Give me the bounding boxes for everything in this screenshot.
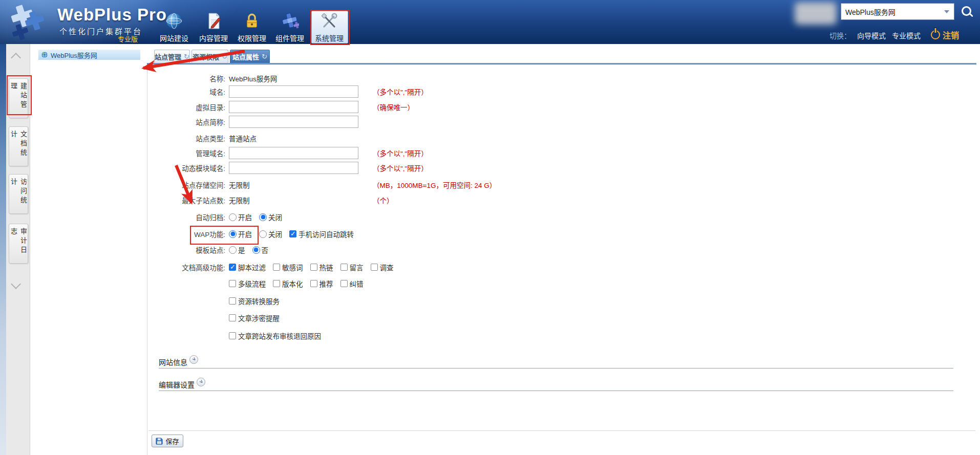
pro-mode-link[interactable]: 专业模式 — [892, 30, 921, 40]
save-button-label[interactable]: 保存 — [165, 436, 179, 446]
form-row-dynamic-domain: 动态模块域名: （多个以","隔开） — [147, 161, 813, 175]
save-button[interactable]: 保存 — [152, 435, 183, 447]
logout-button[interactable]: 注销 — [931, 29, 959, 41]
survey-checkbox[interactable] — [371, 264, 378, 271]
auto-archive-off-label[interactable]: 关闭 — [268, 212, 282, 222]
domain-input[interactable] — [229, 85, 358, 98]
message-checkbox[interactable] — [340, 264, 348, 271]
sidebar-tab-label[interactable]: 审计日志 — [9, 228, 28, 259]
site-type-value: 普通站点 — [229, 133, 257, 143]
refresh-icon[interactable]: ↻ — [262, 53, 267, 60]
nav-label[interactable]: 权限管理 — [238, 33, 266, 43]
sidebar-tab-doc-stats[interactable]: 文档统计 — [9, 126, 28, 166]
nav-label[interactable]: 系统管理 — [315, 33, 344, 43]
mode-switch: 切换： 向导模式 专业模式 — [829, 30, 921, 40]
short-name-input[interactable] — [229, 116, 358, 128]
script-filter-checkbox[interactable] — [229, 264, 236, 271]
auto-archive-off-radio[interactable] — [259, 213, 267, 221]
confidential-alert-label[interactable]: 文章涉密提醒 — [238, 313, 280, 323]
dynamic-domain-input[interactable] — [229, 162, 358, 174]
tree-node-label[interactable]: WebPlus服务网 — [51, 50, 97, 60]
wap-on-label[interactable]: 开启 — [238, 229, 252, 239]
refresh-icon[interactable]: ↻ — [184, 53, 189, 60]
tab-label[interactable]: 站点属性 — [232, 52, 259, 61]
sidebar-tab-label[interactable]: 文档统计 — [9, 131, 28, 162]
sidebar-tab-label[interactable]: 建站管理 — [9, 82, 28, 114]
nav-label[interactable]: 内容管理 — [199, 33, 228, 43]
nav-label[interactable]: 网站建设 — [160, 33, 188, 43]
message-label[interactable]: 留言 — [350, 262, 364, 272]
admin-domain-input[interactable] — [229, 147, 358, 159]
left-edge-rail — [0, 44, 6, 455]
versioning-label[interactable]: 版本化 — [282, 278, 303, 289]
nav-item-system-mgmt[interactable]: 系统管理 — [310, 10, 349, 43]
nav-item-content-mgmt[interactable]: 内容管理 — [194, 10, 233, 43]
form-row-admin-domain: 管理域名: （多个以","隔开） — [147, 146, 813, 160]
sensitive-words-checkbox[interactable] — [273, 264, 280, 271]
section-website-info[interactable]: 网站信息 > — [159, 357, 198, 367]
mobile-redirect-label[interactable]: 手机访问自动跳转 — [299, 229, 354, 239]
confidential-alert-checkbox[interactable] — [229, 314, 236, 321]
hotlink-label[interactable]: 热链 — [319, 262, 333, 272]
script-filter-label[interactable]: 脚本过滤 — [238, 262, 266, 272]
recommend-checkbox[interactable] — [310, 280, 317, 287]
survey-label[interactable]: 调查 — [380, 262, 394, 272]
auto-archive-on-label[interactable]: 开启 — [238, 212, 252, 222]
auto-archive-on-radio[interactable] — [229, 213, 237, 221]
expand-icon[interactable]: > — [189, 355, 198, 364]
recommend-label[interactable]: 推荐 — [319, 278, 333, 289]
sidebar-scroll-down[interactable] — [12, 280, 22, 286]
tab-resource-perms[interactable]: 资源权限 ↻ — [191, 50, 228, 63]
form-row-advanced-4: 文章涉密提醒 — [147, 311, 813, 324]
logout-label[interactable]: 注销 — [943, 29, 959, 41]
tree-node-root[interactable]: WebPlus服务网 — [38, 50, 140, 60]
crosssite-reject-reason-checkbox[interactable] — [229, 332, 236, 339]
sidebar-scroll-up[interactable] — [12, 54, 22, 59]
multilevel-flow-label[interactable]: 多级流程 — [238, 278, 266, 289]
wizard-mode-link[interactable]: 向导模式 — [857, 30, 886, 40]
error-correction-label[interactable]: 纠错 — [350, 278, 364, 289]
multilevel-flow-checkbox[interactable] — [229, 280, 236, 287]
crosssite-reject-reason-label[interactable]: 文章跨站发布审核退回原因 — [238, 331, 321, 341]
search-button[interactable] — [956, 3, 976, 19]
nav-label[interactable]: 组件管理 — [275, 33, 304, 43]
site-select-value[interactable]: WebPlus服务网 — [845, 7, 944, 17]
expand-icon[interactable]: > — [197, 378, 205, 386]
tab-label[interactable]: 资源权限 — [193, 52, 219, 61]
template-yes-radio[interactable] — [229, 246, 237, 254]
form-row-short-name: 站点简称: — [147, 115, 813, 128]
hotlink-checkbox[interactable] — [310, 264, 317, 271]
section-title-text[interactable]: 网站信息 — [159, 357, 187, 367]
max-subsites-hint: （个） — [373, 195, 394, 205]
nav-item-component-mgmt[interactable]: 组件管理 — [270, 10, 309, 43]
refresh-icon[interactable]: ↻ — [222, 53, 227, 60]
sidebar-tab-label[interactable]: 访问统计 — [9, 178, 28, 210]
mobile-redirect-checkbox[interactable] — [289, 230, 296, 237]
tab-site-mgmt[interactable]: 站点管理 ↻ — [154, 50, 190, 63]
nav-item-permission-mgmt[interactable]: 权限管理 — [232, 10, 271, 43]
wap-on-radio[interactable] — [229, 230, 237, 238]
sensitive-words-label[interactable]: 敏感词 — [282, 262, 303, 272]
sidebar-tab-visit-stats[interactable]: 访问统计 — [9, 174, 28, 214]
auto-archive-label: 自动归档: — [147, 212, 225, 222]
versioning-checkbox[interactable] — [273, 280, 280, 287]
sidebar-tab-site-building[interactable]: 建站管理 — [9, 78, 28, 118]
nav-item-site-building[interactable]: 网站建设 — [155, 10, 194, 43]
error-correction-checkbox[interactable] — [340, 280, 348, 287]
wap-off-label[interactable]: 关闭 — [268, 229, 282, 239]
section-title-text[interactable]: 编辑器设置 — [159, 379, 195, 389]
admin-domain-label: 管理域名: — [147, 148, 225, 158]
section-editor-settings[interactable]: 编辑器设置 > — [159, 379, 205, 389]
resource-convert-label[interactable]: 资源转换服务 — [238, 296, 280, 306]
template-no-radio[interactable] — [252, 246, 260, 254]
brand-title: WebPlus Pro — [57, 5, 167, 25]
site-select-dropdown[interactable]: WebPlus服务网 — [841, 3, 954, 20]
resource-convert-checkbox[interactable] — [229, 297, 236, 305]
template-yes-label[interactable]: 是 — [238, 245, 245, 255]
sidebar-tab-audit-log[interactable]: 审计日志 — [9, 224, 28, 264]
virtual-dir-input[interactable] — [229, 101, 358, 113]
tab-site-properties[interactable]: 站点属性 ↻ — [230, 50, 270, 63]
tab-label[interactable]: 站点管理 — [155, 52, 181, 61]
template-no-label[interactable]: 否 — [262, 245, 269, 255]
wap-off-radio[interactable] — [259, 230, 267, 238]
